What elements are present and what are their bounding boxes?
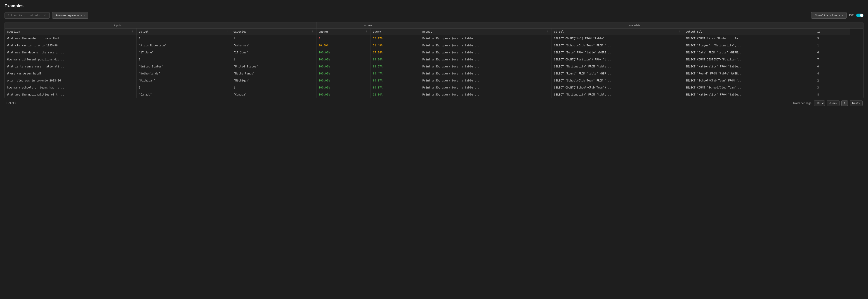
table-cell: SELECT COUNT("No") FROM "table" ... [552, 35, 683, 42]
col-query: query ⋮ [370, 29, 420, 35]
table-cell: 100.00% [316, 56, 370, 63]
table-cell: SELECT "Nationality" FROM "table... [683, 63, 815, 70]
table-cell: 53.97% [370, 35, 420, 42]
table-cell: 100.00% [316, 84, 370, 91]
data-table: inputs scores metadata question ⋮ [5, 22, 863, 98]
table-footer: 1 - 9 of 9 Rows per page: 10 25 50 < Pre… [4, 98, 864, 107]
table-cell: SELECT COUNT("School/Club Team")... [683, 84, 815, 91]
table-row[interactable]: which club was in toronto 2003-06"Michig… [5, 77, 863, 84]
table-cell: Print a SQL query (over a table ... [420, 56, 552, 63]
table-cell: 2 [815, 77, 850, 84]
table-cell: What was the date of the race in... [5, 49, 136, 56]
table-cell: "Netherlands" [136, 70, 231, 77]
table-row[interactable]: What was the number of race that...01053… [5, 35, 863, 42]
col-prompt: prompt ⋮ [420, 29, 552, 35]
col-expected: expected ⋮ [231, 29, 316, 35]
table-cell: 5 [815, 35, 850, 42]
table-cell: Print a SQL query (over a table ... [420, 42, 552, 49]
table-cell: 4 [815, 70, 850, 77]
table-cell: "United States" [231, 63, 316, 70]
table-cell: SELECT "Nationality" FROM "table... [552, 63, 683, 70]
table-row[interactable]: What was the date of the race in..."17 J… [5, 49, 863, 56]
diff-label: Diff [849, 13, 854, 17]
table-cell: Print a SQL query (over a table ... [420, 63, 552, 70]
col-id: id ⋮ [815, 29, 850, 35]
toolbar: Analyze regressions Show/hide columns Di… [4, 12, 864, 19]
id-col-menu-icon[interactable]: ⋮ [844, 30, 847, 33]
next-page-button[interactable]: Next > [850, 101, 863, 106]
answer-col-menu-icon[interactable]: ⋮ [365, 30, 368, 33]
table-cell: "17 June" [136, 49, 231, 56]
prompt-col-menu-icon[interactable]: ⋮ [546, 30, 549, 33]
show-hide-columns-button[interactable]: Show/hide columns [811, 12, 846, 19]
table-cell: 1 [231, 84, 316, 91]
col-gt-sql: gt_sql ⋮ [552, 29, 683, 35]
query-col-menu-icon[interactable]: ⋮ [414, 30, 417, 33]
table-cell: 1 [231, 56, 316, 63]
table-cell: "Canada" [136, 91, 231, 98]
table-cell: 0 [815, 63, 850, 70]
table-row[interactable]: How many different positions did...11100… [5, 56, 863, 63]
table-cell: SELECT "School/Club Team" FROM "... [552, 42, 683, 49]
table-cell: SELECT "Round" FROM "table" WHER... [552, 70, 683, 77]
chevron-down-icon [83, 15, 85, 16]
group-scores: scores [316, 22, 420, 29]
table-cell: SELECT "Date" FROM "table" WHERE... [683, 49, 815, 56]
expected-col-menu-icon[interactable]: ⋮ [311, 30, 314, 33]
output-col-menu-icon[interactable]: ⋮ [225, 30, 229, 33]
range-label: 1 - 9 of 9 [5, 102, 16, 105]
filter-input[interactable] [4, 12, 50, 19]
group-expected [231, 22, 316, 29]
table-cell: "Netherlands" [231, 70, 316, 77]
table-body: What was the number of race that...01053… [5, 35, 863, 98]
table-cell: 89.87% [370, 77, 420, 84]
table-cell: SELECT "School/Club Team" FROM "... [552, 77, 683, 84]
table-cell: 3 [815, 84, 850, 91]
pagination-right: Rows per page: 10 25 50 < Prev 1 Next > [793, 101, 863, 106]
table-cell: 1 [231, 35, 316, 42]
table-cell: 51.49% [370, 42, 420, 49]
table-cell: 100.00% [316, 77, 370, 84]
table-cell: 20.00% [316, 42, 370, 49]
diff-toggle[interactable] [856, 13, 864, 17]
table-row[interactable]: What is terrence ross' nationali..."Unit… [5, 63, 863, 70]
rows-per-page-label: Rows per page: [793, 102, 812, 105]
table-cell: 89.47% [370, 70, 420, 77]
analyze-btn-label: Analyze regressions [55, 13, 82, 17]
table-cell: SELECT "Nationality" FROM "table... [552, 91, 683, 98]
table-cell: 100.00% [316, 70, 370, 77]
table-row[interactable]: What are the nationalities of th..."Cana… [5, 91, 863, 98]
table-cell: How many different positions did... [5, 56, 136, 63]
table-cell: 88.57% [370, 63, 420, 70]
table-cell: 100.00% [316, 49, 370, 56]
table-cell: What clu was in toronto 1995-96 [5, 42, 136, 49]
table-row[interactable]: Where was Assen held?"Netherlands""Nethe… [5, 70, 863, 77]
table-cell: SELECT COUNT("Position") FROM "t... [552, 56, 683, 63]
group-header-row: inputs scores metadata [5, 22, 863, 29]
output-sql-col-menu-icon[interactable]: ⋮ [809, 30, 813, 33]
table-cell: SELECT "Nationality" FROM "table... [683, 91, 815, 98]
gt-sql-col-menu-icon[interactable]: ⋮ [678, 30, 681, 33]
prev-page-button[interactable]: < Prev [827, 101, 839, 106]
table-cell: 6 [815, 49, 850, 56]
table-cell: 1 [136, 84, 231, 91]
table-cell: "United States" [136, 63, 231, 70]
toolbar-right: Show/hide columns Diff [811, 12, 864, 19]
table-cell: Print a SQL query (over a table ... [420, 35, 552, 42]
group-id [850, 22, 863, 29]
col-question: question ⋮ [5, 29, 136, 35]
table-cell: "Canada" [231, 91, 316, 98]
show-hide-label: Show/hide columns [814, 13, 840, 17]
analyze-regressions-button[interactable]: Analyze regressions [52, 12, 88, 19]
table-row[interactable]: how many schools or teams had ja...11100… [5, 84, 863, 91]
table-cell: "Arkansas" [231, 42, 316, 49]
question-col-menu-icon[interactable]: ⋮ [131, 30, 134, 33]
group-metadata: metadata [420, 22, 850, 29]
rows-per-page-select[interactable]: 10 25 50 [814, 101, 825, 106]
group-inputs: inputs [5, 22, 231, 29]
data-table-wrapper: inputs scores metadata question ⋮ [4, 22, 864, 98]
table-cell: What was the number of race that... [5, 35, 136, 42]
table-cell: 1 [136, 56, 231, 63]
table-row[interactable]: What clu was in toronto 1995-96"Alvin Ro… [5, 42, 863, 49]
table-cell: how many schools or teams had ja... [5, 84, 136, 91]
